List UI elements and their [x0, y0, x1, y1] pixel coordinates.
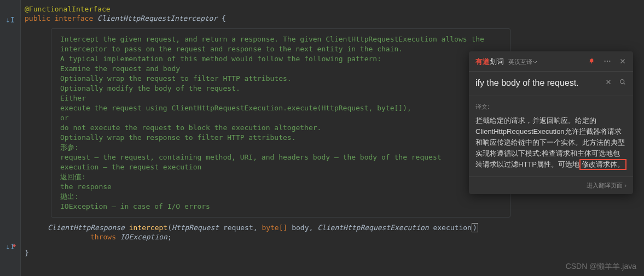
javadoc-line: 形参: — [60, 143, 501, 152]
exception-type: IOException — [120, 233, 167, 241]
method-signature: ClientHttpResponse intercept(HttpRequest… — [48, 223, 644, 232]
translator-body: 译文: 拦截给定的请求，并返回响应。给定的ClientHttpRequestEx… — [469, 96, 633, 177]
chevron-right-icon: › — [624, 182, 626, 189]
clear-query-icon[interactable] — [605, 78, 612, 88]
keyword-interface: interface — [55, 14, 93, 22]
brace-close: } — [25, 249, 29, 257]
translator-popup[interactable]: 有道划词 英汉互译 ify the body of the request. — [469, 51, 633, 194]
chevron-down-icon — [532, 59, 538, 64]
javadoc-line: request – the request, containing method… — [60, 152, 501, 162]
method-name: intercept — [129, 224, 167, 232]
implements-icon[interactable]: ↓I — [5, 15, 15, 24]
translator-header: 有道划词 英汉互译 — [469, 51, 633, 72]
search-icon[interactable] — [619, 78, 626, 88]
param-type: byte[] — [262, 224, 287, 232]
param-type: ClientHttpRequestExecution — [317, 224, 429, 232]
javadoc-line: Optionally modify the body of the reques… — [60, 84, 501, 93]
close-icon[interactable] — [619, 57, 626, 67]
translation-text: 拦截给定的请求，并返回响应。给定的ClientHttpRequestExecut… — [475, 115, 626, 170]
diff-marker-icon[interactable]: ◆ — [13, 242, 16, 248]
javadoc-line: do not execute the request to block the … — [60, 123, 501, 133]
brace-open: { — [222, 14, 226, 22]
translator-logo: 有道划词 — [475, 57, 504, 67]
svg-point-2 — [609, 60, 610, 61]
param-type: HttpRequest — [172, 224, 219, 232]
javadoc-line: Intercept the given request, and return … — [60, 34, 501, 44]
translation-highlight: 修改请求体。 — [579, 159, 626, 170]
javadoc-line: execute the request using ClientHttpRequ… — [60, 103, 501, 113]
query-text: ify the body of the request. — [475, 78, 579, 88]
param-name: execution — [433, 224, 471, 232]
pin-icon[interactable] — [588, 57, 596, 67]
translator-query-row: ify the body of the request. — [469, 72, 633, 96]
translation-label: 译文: — [475, 103, 626, 111]
language-selector[interactable]: 英汉互译 — [508, 58, 538, 66]
interface-name: ClientHttpRequestInterceptor — [97, 14, 217, 22]
javadoc-line: or — [60, 113, 501, 123]
javadoc-line: Optionally wrap the response to filter H… — [60, 133, 501, 143]
javadoc-line: Optionally wrap the request to filter HT… — [60, 74, 501, 84]
javadoc-line: interceptor to pass on the request and r… — [60, 44, 501, 54]
javadoc-line: 抛出: — [60, 192, 501, 202]
annotation: @FunctionalInterface — [25, 5, 111, 13]
javadoc-line: Either — [60, 93, 501, 103]
svg-point-0 — [604, 60, 605, 61]
watermark: CSDN @懒羊羊.java — [566, 262, 636, 272]
more-icon[interactable] — [604, 57, 611, 67]
javadoc-line: execution – the request execution — [60, 162, 501, 172]
param-name: body — [292, 224, 309, 232]
throws-clause: throws IOException; — [90, 232, 644, 242]
javadoc-line: A typical implementation of this method … — [60, 54, 501, 64]
translator-footer-link[interactable]: 进入翻译页面 › — [469, 177, 633, 194]
svg-point-1 — [607, 60, 608, 61]
editor-gutter: ↓I ↓I ◆ — [0, 0, 21, 276]
keyword-throws: throws — [90, 233, 116, 241]
javadoc-line: the response — [60, 182, 501, 192]
param-name: request — [223, 224, 253, 232]
keyword-public: public — [25, 14, 50, 22]
return-type: ClientHttpResponse — [48, 224, 125, 232]
javadoc-line: Examine the request and body — [60, 64, 501, 74]
javadoc-line: IOException – in case of I/O errors — [60, 202, 501, 212]
javadoc-line: 返回值: — [60, 172, 501, 182]
javadoc-block[interactable]: Intercept the given request, and return … — [51, 28, 510, 218]
svg-point-3 — [620, 80, 624, 84]
